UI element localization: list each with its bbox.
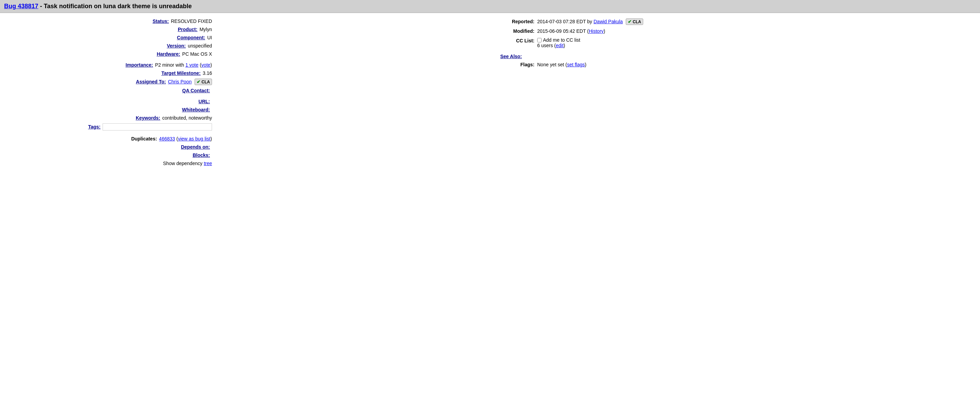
reported-cla-check-icon: ✔	[628, 19, 632, 24]
reported-cla-badge: ✔CLA	[626, 19, 643, 25]
see-also-section: See Also:	[500, 54, 973, 59]
hardware-value: PC Mac OS X	[182, 51, 212, 57]
page-title-bar: Bug 438817 - Task notification on luna d…	[0, 0, 980, 13]
left-column: Status: RESOLVED FIXED Product: Mylyn Co…	[7, 19, 480, 169]
modified-close: )	[603, 29, 605, 34]
dependency-text: Show dependency	[163, 161, 204, 166]
cc-edit-link[interactable]: edit	[556, 43, 563, 48]
product-row: Product: Mylyn	[7, 27, 212, 32]
see-also-label[interactable]: See Also:	[500, 54, 973, 59]
reporter-link[interactable]: Dawid Pakula	[593, 19, 623, 24]
tags-label[interactable]: Tags:	[42, 124, 100, 130]
modified-row: Modified: 2015-06-09 05:42 EDT (History)	[500, 29, 973, 34]
view-as-bug-list-link[interactable]: view as bug list	[178, 136, 210, 141]
hardware-row: Hardware: PC Mac OS X	[7, 51, 212, 57]
url-label[interactable]: URL:	[152, 99, 210, 104]
blocks-label[interactable]: Blocks:	[152, 152, 210, 158]
keywords-value: contributed, noteworthy	[162, 115, 212, 121]
cc-add-me-row: Add me to CC list	[537, 37, 580, 43]
cc-list-row: CC List: Add me to CC list 6 users (edit…	[500, 37, 973, 48]
reported-label: Reported:	[500, 19, 535, 24]
qa-contact-label[interactable]: QA Contact:	[152, 88, 210, 93]
keywords-row: Keywords: contributed, noteworthy	[7, 115, 212, 121]
cc-add-me-checkbox[interactable]	[537, 38, 542, 42]
flags-row: Flags: None yet set (set flags)	[500, 62, 973, 67]
status-value: RESOLVED FIXED	[171, 19, 212, 24]
assigned-to-row: Assigned To: Chris Poon ✔CLA	[7, 79, 212, 85]
cc-users-count: 6 users (edit)	[537, 43, 580, 48]
modified-value: 2015-06-09 05:42 EDT (History)	[537, 29, 605, 34]
reported-date: 2014-07-03 07:28 EDT by	[537, 19, 593, 24]
cc-list-value: Add me to CC list 6 users (edit)	[537, 37, 580, 48]
assigned-to-label[interactable]: Assigned To:	[108, 79, 166, 84]
whiteboard-label[interactable]: Whiteboard:	[152, 107, 210, 113]
modified-label: Modified:	[500, 29, 535, 34]
dependency-value: Show dependency tree	[163, 161, 212, 166]
modified-date: 2015-06-09 05:42 EDT (	[537, 29, 589, 34]
importance-row: Importance: P2 minor with 1 vote (vote)	[7, 62, 212, 68]
bug-title-text: - Task notification on luna dark theme i…	[38, 3, 192, 10]
tags-row: Tags:	[7, 124, 212, 130]
flags-label: Flags:	[500, 62, 535, 67]
depends-on-row: Depends on:	[7, 144, 212, 150]
importance-label[interactable]: Importance:	[95, 62, 153, 68]
cc-list-label: CC List:	[500, 38, 535, 43]
qa-contact-row: QA Contact:	[7, 88, 212, 93]
page-title: Bug 438817 - Task notification on luna d…	[4, 3, 976, 10]
component-label[interactable]: Component:	[147, 35, 205, 40]
keywords-label[interactable]: Keywords:	[102, 115, 160, 121]
reported-value: 2014-07-03 07:28 EDT by Dawid Pakula ✔CL…	[537, 19, 643, 25]
assigned-person-link[interactable]: Chris Poon	[168, 79, 191, 84]
vote-count-link[interactable]: 1 vote	[185, 62, 198, 68]
main-content: Status: RESOLVED FIXED Product: Mylyn Co…	[0, 13, 980, 174]
version-value: unspecified	[188, 43, 212, 49]
product-value: Mylyn	[199, 27, 212, 32]
duplicates-value: 466833 (view as bug list)	[159, 136, 212, 141]
component-row: Component: UI	[7, 35, 212, 40]
assigned-cla-badge: ✔CLA	[194, 79, 212, 85]
importance-prefix: P2 minor with	[155, 62, 185, 68]
status-label[interactable]: Status:	[111, 19, 169, 24]
dependency-tree-link[interactable]: tree	[204, 161, 212, 166]
component-value: UI	[207, 35, 212, 40]
blocks-row: Blocks:	[7, 152, 212, 158]
tags-input[interactable]	[103, 124, 212, 130]
bug-id-link[interactable]: Bug 438817	[4, 3, 38, 10]
cla-check-icon: ✔	[197, 79, 200, 84]
url-row: URL:	[7, 99, 212, 104]
dependency-row: Show dependency tree	[7, 161, 212, 166]
version-row: Version: unspecified	[7, 43, 212, 49]
depends-on-label[interactable]: Depends on:	[152, 144, 210, 150]
hardware-label[interactable]: Hardware:	[122, 51, 180, 57]
duplicates-row: Duplicates: 466833 (view as bug list)	[7, 136, 212, 141]
status-row: Status: RESOLVED FIXED	[7, 19, 212, 24]
assigned-to-value: Chris Poon ✔CLA	[168, 79, 212, 85]
right-column: Reported: 2014-07-03 07:28 EDT by Dawid …	[480, 19, 973, 169]
vote-action-link[interactable]: vote	[201, 62, 210, 68]
target-milestone-value: 3.16	[203, 70, 212, 76]
duplicates-label: Duplicates:	[99, 136, 157, 141]
product-label[interactable]: Product:	[139, 27, 197, 32]
history-link[interactable]: History	[589, 29, 604, 34]
reported-row: Reported: 2014-07-03 07:28 EDT by Dawid …	[500, 19, 973, 25]
set-flags-link[interactable]: set flags	[567, 62, 585, 67]
duplicate-bug-link[interactable]: 466833	[159, 136, 175, 141]
target-milestone-label[interactable]: Target Milestone:	[143, 70, 201, 76]
tags-value	[103, 124, 212, 130]
version-label[interactable]: Version:	[127, 43, 186, 49]
whiteboard-row: Whiteboard:	[7, 107, 212, 113]
flags-value: None yet set (set flags)	[537, 62, 586, 67]
target-milestone-row: Target Milestone: 3.16	[7, 70, 212, 76]
importance-value: P2 minor with 1 vote (vote)	[155, 62, 212, 68]
cc-add-me-label: Add me to CC list	[543, 37, 580, 43]
